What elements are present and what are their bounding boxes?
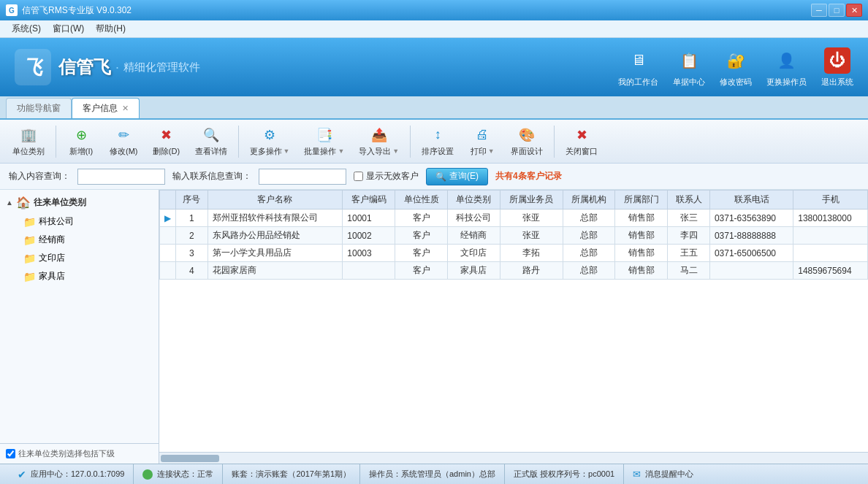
- status-connection-text: 连接状态：正常: [157, 469, 213, 480]
- change-password-button[interactable]: 🔐 修改密码: [720, 47, 752, 88]
- col-mobile: 手机: [793, 191, 868, 210]
- unit-category-button[interactable]: 🏢 单位类别: [6, 123, 51, 161]
- password-icon: 🔐: [723, 47, 749, 74]
- documents-center-button[interactable]: 📋 单据中心: [673, 47, 705, 88]
- menu-window[interactable]: 窗口(W): [47, 21, 90, 37]
- switch-operator-button[interactable]: 👤 更换操作员: [766, 47, 807, 88]
- row-marker-cell: [160, 245, 176, 262]
- import-export-button[interactable]: 📤 导入导出▼: [352, 123, 406, 161]
- include-sublevels-checkbox[interactable]: [6, 449, 15, 458]
- message-icon: ✉: [633, 469, 641, 480]
- tab-bar: 功能导航窗 客户信息 ✕: [0, 96, 868, 120]
- cell-dept: 销售部: [615, 210, 668, 227]
- table-row[interactable]: 3 第一小学文具用品店 10003 客户 文印店 李拓 总部 销售部 王五 03…: [160, 245, 868, 262]
- col-dept: 所属部门: [615, 191, 668, 210]
- status-edition: 正式版 授权序列号：pc0001: [505, 464, 624, 484]
- minimize-button[interactable]: ─: [811, 4, 827, 17]
- folder-furniture-icon: 📁: [23, 271, 36, 283]
- tree-item-print-label: 文印店: [39, 252, 65, 264]
- edit-icon: ✏: [113, 126, 134, 144]
- data-table-container[interactable]: 序号 客户名称 客户编码 单位性质 单位类别 所属业务员 所属机构 所属部门 联…: [159, 190, 868, 452]
- connection-dot-icon: [142, 469, 153, 480]
- my-workspace-button[interactable]: 🖥 我的工作台: [618, 47, 658, 88]
- batch-ops-label: 批量操作▼: [304, 146, 344, 157]
- menu-system[interactable]: 系统(S): [6, 21, 47, 37]
- tree-item-distributor-label: 经销商: [39, 234, 65, 246]
- add-button[interactable]: ⊕ 新增(I): [61, 123, 102, 161]
- cell-phone: 0371-65006500: [709, 245, 793, 262]
- add-label: 新增(I): [69, 146, 93, 157]
- expand-arrow-icon: ▲: [6, 199, 13, 207]
- horizontal-scrollbar[interactable]: [159, 452, 868, 464]
- cell-dept: 销售部: [615, 227, 668, 245]
- cell-mobile: 14859675694: [793, 262, 868, 280]
- delete-button[interactable]: ✖ 删除(D): [146, 123, 187, 161]
- show-invalid-checkbox[interactable]: [354, 172, 363, 181]
- cell-name: 东风路办公用品经销处: [208, 227, 343, 245]
- more-ops-button[interactable]: ⚙ 更多操作▼: [243, 123, 297, 161]
- delete-label: 删除(D): [153, 146, 180, 157]
- folder-distributor-icon: 📁: [23, 234, 36, 246]
- status-operator: 操作员：系统管理员（admin）总部: [360, 464, 505, 484]
- view-detail-button[interactable]: 🔍 查看详情: [189, 123, 234, 161]
- cell-seq: 3: [176, 245, 208, 262]
- close-button[interactable]: ✕: [846, 4, 862, 17]
- status-bar: ✔ 应用中心：127.0.0.1:7099 连接状态：正常 账套：演示账套（20…: [0, 464, 868, 484]
- col-seq: 序号: [176, 191, 208, 210]
- tree-item-furniture[interactable]: 📁 家具店: [18, 267, 159, 285]
- tree-item-print[interactable]: 📁 文印店: [18, 249, 159, 267]
- title-bar: G 信管飞RMS专业版 V9.0.302 ─ □ ✕: [0, 0, 868, 20]
- menu-help[interactable]: 帮助(H): [90, 21, 132, 37]
- col-code: 客户编码: [343, 191, 395, 210]
- toolbar-separator-1: [56, 126, 56, 158]
- tree-content: ▲ 🏠 往来单位类别 📁 科技公司 📁 经销商 📁 文印店 📁: [0, 190, 159, 443]
- print-button[interactable]: 🖨 打印▼: [462, 123, 503, 161]
- table-row[interactable]: ▶ 1 郑州亚招软件科技有限公司 10001 客户 科技公司 张亚 总部 销售部…: [160, 210, 868, 227]
- folder-tech-icon: 📁: [23, 216, 36, 228]
- data-table: 序号 客户名称 客户编码 单位性质 单位类别 所属业务员 所属机构 所属部门 联…: [159, 190, 868, 280]
- logo-text-group: 信管飞 · 精细化管理软件: [58, 55, 200, 79]
- maximize-button[interactable]: □: [829, 4, 845, 17]
- app-title: 信管飞RMS专业版 V9.0.302: [22, 4, 132, 17]
- tree-item-distributor[interactable]: 📁 经销商: [18, 231, 159, 249]
- scroll-thumb[interactable]: [161, 455, 219, 462]
- tree-item-tech[interactable]: 📁 科技公司: [18, 212, 159, 231]
- batch-ops-button[interactable]: 📑 批量操作▼: [297, 123, 351, 161]
- ui-design-button[interactable]: 🎨 界面设计: [504, 123, 549, 161]
- content-search-input[interactable]: [77, 169, 165, 185]
- exit-button[interactable]: ⏻ 退出系统: [821, 47, 853, 88]
- close-window-button[interactable]: ✖ 关闭窗口: [559, 123, 604, 161]
- sort-settings-button[interactable]: ↕ 排序设置: [415, 123, 460, 161]
- menu-bar: 系统(S) 窗口(W) 帮助(H): [0, 20, 868, 38]
- view-label: 查看详情: [195, 146, 227, 157]
- contact-search-label: 输入联系信息查询：: [172, 170, 251, 183]
- tree-item-tech-label: 科技公司: [39, 215, 74, 228]
- table-row[interactable]: 2 东风路办公用品经销处 10002 客户 经销商 张亚 总部 销售部 李四 0…: [160, 227, 868, 245]
- view-icon: 🔍: [201, 126, 221, 144]
- workspace-label: 我的工作台: [618, 77, 658, 88]
- import-export-icon: 📤: [369, 126, 389, 144]
- add-icon: ⊕: [71, 126, 91, 144]
- edit-button[interactable]: ✏ 修改(M): [103, 123, 145, 161]
- documents-label: 单据中心: [673, 77, 705, 88]
- home-icon: 🏠: [16, 196, 31, 210]
- tab-navigation[interactable]: 功能导航窗: [6, 98, 72, 118]
- contact-search-input[interactable]: [259, 169, 346, 185]
- status-message[interactable]: ✉ 消息提醒中心: [624, 464, 702, 484]
- logo-dot: ·: [115, 60, 119, 75]
- cell-code: 10003: [343, 245, 395, 262]
- cell-org: 总部: [563, 245, 615, 262]
- cell-code: 10001: [343, 210, 395, 227]
- status-message-text: 消息提醒中心: [645, 469, 693, 480]
- cell-mobile: [793, 227, 868, 245]
- tree-children: 📁 科技公司 📁 经销商 📁 文印店 📁 家具店: [0, 212, 159, 285]
- ui-design-label: 界面设计: [511, 146, 543, 157]
- logo-icon: 飞: [15, 49, 51, 85]
- table-row[interactable]: 4 花园家居商 客户 家具店 路丹 总部 销售部 马二 14859675694: [160, 262, 868, 280]
- search-button[interactable]: 🔍 查询(E): [426, 168, 488, 185]
- more-ops-label: 更多操作▼: [250, 146, 290, 157]
- tab-customers[interactable]: 客户信息 ✕: [72, 98, 140, 118]
- tree-root[interactable]: ▲ 🏠 往来单位类别: [0, 193, 159, 212]
- tab-close-icon[interactable]: ✕: [122, 104, 129, 113]
- title-bar-controls[interactable]: ─ □ ✕: [811, 4, 862, 17]
